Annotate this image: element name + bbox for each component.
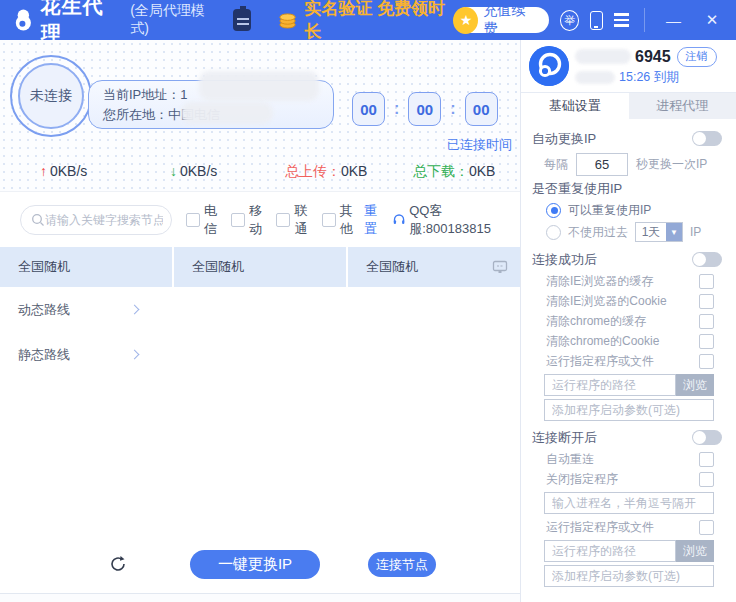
run-program-checkbox[interactable] (699, 354, 714, 369)
radio-unselected-icon[interactable] (546, 225, 561, 240)
auto-change-ip-toggle[interactable] (692, 131, 722, 146)
chevron-right-icon (130, 305, 140, 315)
checkbox-icon (186, 213, 200, 227)
qq-service[interactable]: QQ客服:800183815 (393, 202, 502, 238)
chevron-right-icon (130, 350, 140, 360)
download-speed: ↓0KB/s (170, 163, 217, 179)
clear-ie-cookie-row: 清除IE浏览器的Cookie (546, 291, 724, 311)
node-column-header[interactable]: 全国随机 (174, 247, 346, 287)
basic-settings-content: 自动更换IP 每隔 秒更换一次IP 是否重复使用IP 可以重复使用IP 不使用过… (521, 119, 736, 594)
reuse-ip-title: 是否重复使用IP (532, 178, 724, 199)
recharge-button[interactable]: ★ 充值续费 (454, 7, 548, 33)
interval-input[interactable] (576, 153, 628, 176)
settings-tabs: 基础设置 进程代理 (521, 92, 736, 119)
close-program-checkbox[interactable] (699, 472, 714, 487)
recharge-label: 充值续费 (483, 2, 535, 38)
star-icon: ★ (453, 7, 478, 34)
exclude-days-select[interactable]: 1天 ▼ (635, 222, 683, 242)
clear-chrome-cache-checkbox[interactable] (699, 314, 714, 329)
connected-timer: 00 : 00 : 00 (352, 92, 498, 126)
run-program-row: 运行指定程序或文件 (546, 351, 724, 371)
node-row-dynamic[interactable]: 动态路线 (0, 287, 156, 332)
title-bar: 花生代理 (全局代理模式) 实名验证 免费领时长 ★ 充值续费 举 — ✕ (0, 0, 736, 40)
checkbox-icon (231, 213, 245, 227)
args-disconnect-row (544, 565, 714, 587)
report-icon[interactable]: 举 (560, 10, 580, 31)
browse-disconnect-button[interactable]: 浏览 (676, 540, 714, 562)
redacted-username-blur (575, 49, 631, 64)
total-download: 总下载：0KB (413, 163, 495, 181)
connection-state-label: 未连接 (30, 87, 72, 105)
qq-service-number: QQ客服:800183815 (409, 202, 502, 238)
ip-info-card: 当前IP地址：1 您所在地：中国电信 (88, 80, 334, 129)
on-disconnect-toggle[interactable] (692, 430, 722, 445)
minimize-button[interactable]: — (660, 12, 688, 29)
args-disconnect-input[interactable] (544, 565, 714, 587)
clear-ie-cookie-checkbox[interactable] (699, 294, 714, 309)
redacted-ip-blur (199, 71, 319, 101)
clear-chrome-cache-row: 清除chrome的缓存 (546, 311, 724, 331)
search-input[interactable] (45, 213, 163, 227)
up-arrow-icon: ↑ (40, 163, 47, 179)
clear-chrome-cookie-checkbox[interactable] (699, 334, 714, 349)
auto-change-ip-row: 自动更换IP (532, 127, 724, 150)
node-column-header[interactable]: 全国随机 (0, 247, 172, 287)
clear-chrome-cookie-row: 清除chrome的Cookie (546, 331, 724, 351)
on-connect-section: 连接成功后 (532, 248, 724, 271)
radio-selected-icon[interactable] (546, 203, 561, 218)
filter-other[interactable]: 其他 (322, 202, 356, 238)
node-filter-bar: 电信 移动 联通 其他 重置 QQ客服:800183815 (0, 192, 520, 247)
mobile-app-icon[interactable] (590, 11, 602, 30)
redacted-location-blur (181, 102, 273, 124)
logout-button[interactable]: 注销 (677, 47, 717, 67)
browse-button[interactable]: 浏览 (676, 374, 714, 396)
reuse-allowed-option[interactable]: 可以重复使用IP (546, 199, 724, 221)
run-program-disconnect-checkbox[interactable] (699, 520, 714, 535)
proxy-mode-label: (全局代理模式) (130, 2, 218, 38)
divider (644, 8, 645, 32)
close-program-row: 关闭指定程序 (546, 469, 724, 489)
comment-icon[interactable] (492, 260, 508, 274)
reuse-exclude-option[interactable]: 不使用过去 1天 ▼ IP (546, 221, 724, 243)
on-connect-toggle[interactable] (692, 252, 722, 267)
headset-icon (393, 212, 405, 227)
run-path-disconnect-input[interactable] (544, 540, 676, 562)
node-table-header: 全国随机 全国随机 全国随机 (0, 247, 520, 287)
process-name-input[interactable] (544, 492, 714, 514)
auto-reconnect-row: 自动重连 (546, 449, 724, 469)
filter-unicom[interactable]: 联通 (276, 202, 310, 238)
timer-hours: 00 (352, 92, 385, 126)
tab-process-proxy[interactable]: 进程代理 (629, 93, 736, 119)
clear-ie-cache-checkbox[interactable] (699, 274, 714, 289)
total-upload: 总上传：0KB (285, 163, 367, 181)
node-search-box[interactable] (20, 205, 172, 235)
filter-mobile[interactable]: 移动 (231, 202, 265, 238)
avatar[interactable] (529, 46, 569, 86)
timer-minutes: 00 (408, 92, 441, 126)
peanut-logo-icon (12, 7, 35, 33)
clear-ie-cache-row: 清除IE浏览器的缓存 (546, 271, 724, 291)
expiry-time: 15:26 到期 (619, 69, 679, 86)
refresh-icon[interactable] (110, 555, 127, 573)
run-path-input[interactable] (544, 374, 676, 396)
tab-basic-settings[interactable]: 基础设置 (521, 93, 629, 119)
redacted-date-blur (575, 71, 615, 84)
close-button[interactable]: ✕ (698, 11, 726, 29)
connect-node-button[interactable]: 连接节点 (368, 552, 436, 577)
args-input[interactable] (544, 399, 714, 421)
menu-icon[interactable] (614, 13, 629, 27)
upload-speed: ↑0KB/s (40, 163, 87, 179)
down-arrow-icon: ↓ (170, 163, 177, 179)
auto-reconnect-checkbox[interactable] (699, 452, 714, 467)
node-column-header[interactable]: 全国随机 (348, 247, 520, 287)
connection-status-circle: 未连接 (10, 55, 92, 137)
node-row-static[interactable]: 静态路线 (0, 332, 156, 377)
verify-promo-link[interactable]: 实名验证 免费领时长 (279, 0, 454, 43)
reset-filters-link[interactable]: 重置 (364, 202, 385, 238)
filter-telecom[interactable]: 电信 (186, 202, 220, 238)
change-ip-button[interactable]: 一键更换IP (190, 550, 320, 579)
args-row (544, 399, 714, 421)
user-id: 6945 (635, 48, 671, 66)
connection-status-section: 未连接 当前IP地址：1 您所在地：中国电信 00 : 00 : 00 已连接时… (0, 40, 520, 192)
certificate-icon[interactable] (233, 9, 252, 31)
